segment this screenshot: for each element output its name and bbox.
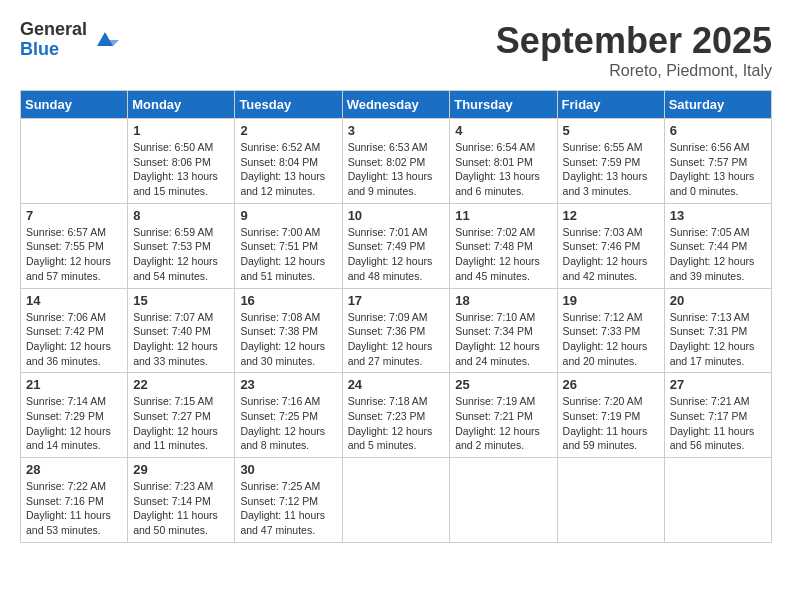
day-info: Sunrise: 7:07 AM Sunset: 7:40 PM Dayligh… bbox=[133, 310, 229, 369]
day-cell: 20Sunrise: 7:13 AM Sunset: 7:31 PM Dayli… bbox=[664, 288, 771, 373]
day-info: Sunrise: 7:15 AM Sunset: 7:27 PM Dayligh… bbox=[133, 394, 229, 453]
day-cell: 1Sunrise: 6:50 AM Sunset: 8:06 PM Daylig… bbox=[128, 119, 235, 204]
month-title: September 2025 bbox=[496, 20, 772, 62]
day-info: Sunrise: 7:16 AM Sunset: 7:25 PM Dayligh… bbox=[240, 394, 336, 453]
day-number: 22 bbox=[133, 377, 229, 392]
day-number: 2 bbox=[240, 123, 336, 138]
day-number: 28 bbox=[26, 462, 122, 477]
day-cell: 30Sunrise: 7:25 AM Sunset: 7:12 PM Dayli… bbox=[235, 458, 342, 543]
day-info: Sunrise: 6:59 AM Sunset: 7:53 PM Dayligh… bbox=[133, 225, 229, 284]
day-number: 8 bbox=[133, 208, 229, 223]
header-friday: Friday bbox=[557, 91, 664, 119]
logo-icon bbox=[91, 26, 119, 54]
day-cell: 12Sunrise: 7:03 AM Sunset: 7:46 PM Dayli… bbox=[557, 203, 664, 288]
day-number: 18 bbox=[455, 293, 551, 308]
logo-text: General Blue bbox=[20, 20, 87, 60]
day-cell: 9Sunrise: 7:00 AM Sunset: 7:51 PM Daylig… bbox=[235, 203, 342, 288]
day-info: Sunrise: 6:52 AM Sunset: 8:04 PM Dayligh… bbox=[240, 140, 336, 199]
week-row-1: 1Sunrise: 6:50 AM Sunset: 8:06 PM Daylig… bbox=[21, 119, 772, 204]
day-info: Sunrise: 7:19 AM Sunset: 7:21 PM Dayligh… bbox=[455, 394, 551, 453]
day-info: Sunrise: 7:09 AM Sunset: 7:36 PM Dayligh… bbox=[348, 310, 445, 369]
day-info: Sunrise: 7:13 AM Sunset: 7:31 PM Dayligh… bbox=[670, 310, 766, 369]
day-number: 16 bbox=[240, 293, 336, 308]
day-info: Sunrise: 7:25 AM Sunset: 7:12 PM Dayligh… bbox=[240, 479, 336, 538]
day-cell: 5Sunrise: 6:55 AM Sunset: 7:59 PM Daylig… bbox=[557, 119, 664, 204]
day-number: 29 bbox=[133, 462, 229, 477]
day-number: 1 bbox=[133, 123, 229, 138]
day-number: 27 bbox=[670, 377, 766, 392]
logo-general: General bbox=[20, 20, 87, 40]
week-row-3: 14Sunrise: 7:06 AM Sunset: 7:42 PM Dayli… bbox=[21, 288, 772, 373]
day-number: 7 bbox=[26, 208, 122, 223]
day-number: 6 bbox=[670, 123, 766, 138]
day-number: 12 bbox=[563, 208, 659, 223]
day-cell bbox=[21, 119, 128, 204]
day-cell bbox=[450, 458, 557, 543]
day-cell: 14Sunrise: 7:06 AM Sunset: 7:42 PM Dayli… bbox=[21, 288, 128, 373]
day-info: Sunrise: 6:57 AM Sunset: 7:55 PM Dayligh… bbox=[26, 225, 122, 284]
day-info: Sunrise: 7:14 AM Sunset: 7:29 PM Dayligh… bbox=[26, 394, 122, 453]
day-info: Sunrise: 7:21 AM Sunset: 7:17 PM Dayligh… bbox=[670, 394, 766, 453]
day-number: 14 bbox=[26, 293, 122, 308]
day-number: 5 bbox=[563, 123, 659, 138]
header-tuesday: Tuesday bbox=[235, 91, 342, 119]
day-cell bbox=[664, 458, 771, 543]
day-info: Sunrise: 6:54 AM Sunset: 8:01 PM Dayligh… bbox=[455, 140, 551, 199]
day-cell: 10Sunrise: 7:01 AM Sunset: 7:49 PM Dayli… bbox=[342, 203, 450, 288]
day-info: Sunrise: 7:02 AM Sunset: 7:48 PM Dayligh… bbox=[455, 225, 551, 284]
day-cell: 19Sunrise: 7:12 AM Sunset: 7:33 PM Dayli… bbox=[557, 288, 664, 373]
day-info: Sunrise: 7:22 AM Sunset: 7:16 PM Dayligh… bbox=[26, 479, 122, 538]
day-number: 3 bbox=[348, 123, 445, 138]
day-cell: 6Sunrise: 6:56 AM Sunset: 7:57 PM Daylig… bbox=[664, 119, 771, 204]
day-cell: 4Sunrise: 6:54 AM Sunset: 8:01 PM Daylig… bbox=[450, 119, 557, 204]
header-monday: Monday bbox=[128, 91, 235, 119]
day-cell: 8Sunrise: 6:59 AM Sunset: 7:53 PM Daylig… bbox=[128, 203, 235, 288]
day-number: 15 bbox=[133, 293, 229, 308]
day-info: Sunrise: 7:06 AM Sunset: 7:42 PM Dayligh… bbox=[26, 310, 122, 369]
logo: General Blue bbox=[20, 20, 119, 60]
header-row: SundayMondayTuesdayWednesdayThursdayFrid… bbox=[21, 91, 772, 119]
day-cell: 3Sunrise: 6:53 AM Sunset: 8:02 PM Daylig… bbox=[342, 119, 450, 204]
header-thursday: Thursday bbox=[450, 91, 557, 119]
day-cell: 23Sunrise: 7:16 AM Sunset: 7:25 PM Dayli… bbox=[235, 373, 342, 458]
day-info: Sunrise: 7:12 AM Sunset: 7:33 PM Dayligh… bbox=[563, 310, 659, 369]
week-row-4: 21Sunrise: 7:14 AM Sunset: 7:29 PM Dayli… bbox=[21, 373, 772, 458]
day-cell bbox=[557, 458, 664, 543]
header-saturday: Saturday bbox=[664, 91, 771, 119]
day-cell bbox=[342, 458, 450, 543]
day-number: 11 bbox=[455, 208, 551, 223]
week-row-5: 28Sunrise: 7:22 AM Sunset: 7:16 PM Dayli… bbox=[21, 458, 772, 543]
day-cell: 24Sunrise: 7:18 AM Sunset: 7:23 PM Dayli… bbox=[342, 373, 450, 458]
header-wednesday: Wednesday bbox=[342, 91, 450, 119]
day-info: Sunrise: 7:23 AM Sunset: 7:14 PM Dayligh… bbox=[133, 479, 229, 538]
day-info: Sunrise: 7:20 AM Sunset: 7:19 PM Dayligh… bbox=[563, 394, 659, 453]
day-cell: 21Sunrise: 7:14 AM Sunset: 7:29 PM Dayli… bbox=[21, 373, 128, 458]
day-number: 26 bbox=[563, 377, 659, 392]
day-cell: 26Sunrise: 7:20 AM Sunset: 7:19 PM Dayli… bbox=[557, 373, 664, 458]
day-number: 30 bbox=[240, 462, 336, 477]
day-cell: 15Sunrise: 7:07 AM Sunset: 7:40 PM Dayli… bbox=[128, 288, 235, 373]
calendar-table: SundayMondayTuesdayWednesdayThursdayFrid… bbox=[20, 90, 772, 543]
day-info: Sunrise: 7:05 AM Sunset: 7:44 PM Dayligh… bbox=[670, 225, 766, 284]
day-cell: 13Sunrise: 7:05 AM Sunset: 7:44 PM Dayli… bbox=[664, 203, 771, 288]
day-number: 21 bbox=[26, 377, 122, 392]
day-info: Sunrise: 7:00 AM Sunset: 7:51 PM Dayligh… bbox=[240, 225, 336, 284]
day-cell: 27Sunrise: 7:21 AM Sunset: 7:17 PM Dayli… bbox=[664, 373, 771, 458]
day-info: Sunrise: 6:55 AM Sunset: 7:59 PM Dayligh… bbox=[563, 140, 659, 199]
day-cell: 17Sunrise: 7:09 AM Sunset: 7:36 PM Dayli… bbox=[342, 288, 450, 373]
day-info: Sunrise: 6:53 AM Sunset: 8:02 PM Dayligh… bbox=[348, 140, 445, 199]
header-sunday: Sunday bbox=[21, 91, 128, 119]
day-number: 9 bbox=[240, 208, 336, 223]
day-cell: 22Sunrise: 7:15 AM Sunset: 7:27 PM Dayli… bbox=[128, 373, 235, 458]
logo-blue: Blue bbox=[20, 40, 87, 60]
day-info: Sunrise: 7:18 AM Sunset: 7:23 PM Dayligh… bbox=[348, 394, 445, 453]
day-number: 20 bbox=[670, 293, 766, 308]
day-cell: 29Sunrise: 7:23 AM Sunset: 7:14 PM Dayli… bbox=[128, 458, 235, 543]
day-cell: 11Sunrise: 7:02 AM Sunset: 7:48 PM Dayli… bbox=[450, 203, 557, 288]
day-number: 24 bbox=[348, 377, 445, 392]
day-cell: 18Sunrise: 7:10 AM Sunset: 7:34 PM Dayli… bbox=[450, 288, 557, 373]
day-cell: 16Sunrise: 7:08 AM Sunset: 7:38 PM Dayli… bbox=[235, 288, 342, 373]
day-info: Sunrise: 6:50 AM Sunset: 8:06 PM Dayligh… bbox=[133, 140, 229, 199]
week-row-2: 7Sunrise: 6:57 AM Sunset: 7:55 PM Daylig… bbox=[21, 203, 772, 288]
day-number: 4 bbox=[455, 123, 551, 138]
